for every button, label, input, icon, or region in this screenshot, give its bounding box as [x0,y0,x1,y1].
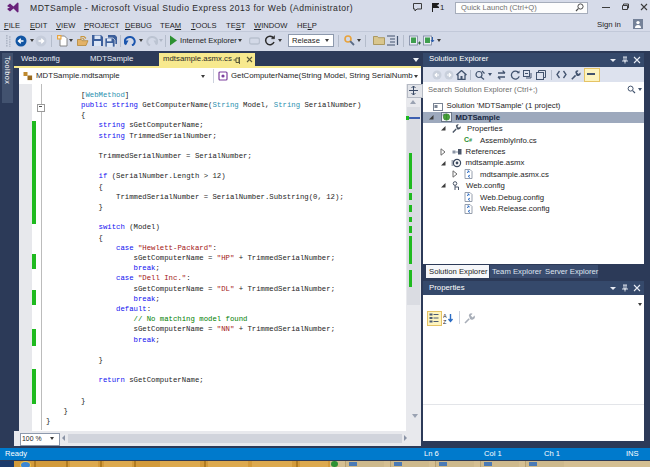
svg-text:Z: Z [443,318,447,324]
